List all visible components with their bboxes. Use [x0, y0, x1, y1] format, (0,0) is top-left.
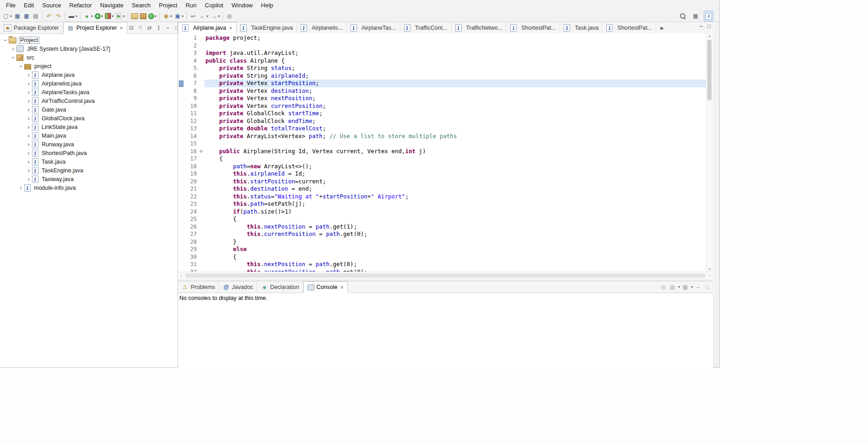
- editor-tab-task-java[interactable]: Task.java: [560, 22, 603, 33]
- code-line-17[interactable]: 17 {: [178, 155, 706, 163]
- tree-item-airtrafficcontrol-java[interactable]: ›AirTrafficControl.java: [0, 96, 178, 105]
- new-class-button[interactable]: ▾: [147, 11, 157, 21]
- code-line-15[interactable]: 15: [178, 140, 706, 148]
- dropdown-arrow-icon[interactable]: ▾: [155, 14, 156, 18]
- code-line-2[interactable]: 2: [178, 42, 706, 50]
- code-line-14[interactable]: 14 private ArrayList<Vertex> path; // Us…: [178, 133, 706, 140]
- view-tab-javadoc[interactable]: Javadoc: [219, 281, 258, 293]
- run-button[interactable]: ▾: [94, 11, 104, 21]
- menu-source[interactable]: Source: [38, 0, 65, 10]
- scroll-left-icon[interactable]: ‹: [178, 273, 184, 278]
- redo-button[interactable]: [54, 11, 63, 21]
- menu-refactor[interactable]: Refactor: [65, 0, 96, 10]
- vertical-scrollbar[interactable]: ▲ ▼: [706, 33, 713, 272]
- code-line-11[interactable]: 11 private GlobalClock startTime;: [178, 110, 706, 118]
- coverage-button[interactable]: ▾: [104, 11, 114, 21]
- collapse-icon[interactable]: ›: [2, 37, 9, 43]
- close-tab-icon[interactable]: ×: [229, 25, 232, 31]
- expand-icon[interactable]: ›: [25, 150, 32, 156]
- expand-icon[interactable]: ›: [25, 167, 32, 174]
- editor-tab-airplanetas[interactable]: AirplaneTas...: [347, 22, 400, 33]
- code-line-5[interactable]: 5 private String status;: [178, 64, 706, 72]
- dropdown-arrow-icon[interactable]: ▾: [91, 14, 93, 18]
- dropdown-arrow-icon[interactable]: ▾: [218, 14, 220, 18]
- code-line-27[interactable]: 27 this.currentPosition = path.get(0);: [178, 230, 706, 238]
- maximize-icon[interactable]: [703, 283, 711, 291]
- tree-item-jre-system-library-javase-17[interactable]: ›JRE System Library [JavaSE-17]: [0, 44, 178, 53]
- expand-icon[interactable]: ›: [10, 46, 16, 52]
- editor-tab-airplane-java[interactable]: Airplane.java×: [178, 22, 237, 34]
- expand-icon[interactable]: ›: [25, 98, 32, 104]
- tree-item-task-java[interactable]: ›Task.java: [0, 157, 178, 166]
- code-line-6[interactable]: 6 private String airplaneId;: [178, 72, 706, 80]
- code-line-9[interactable]: 9 private Vertex nextPosition;: [178, 95, 706, 102]
- view-tab-console[interactable]: Console×: [303, 281, 348, 293]
- undo-button[interactable]: [44, 11, 54, 21]
- code-line-4[interactable]: 4public class Airplane {: [178, 57, 706, 65]
- editor-tab-shortestpat[interactable]: ShortestPat...: [603, 22, 656, 33]
- dropdown-arrow-icon[interactable]: ▾: [678, 285, 680, 289]
- view-tab-project-explorer[interactable]: Project Explorer×: [63, 22, 128, 34]
- tree-item-main-java[interactable]: ›Main.java: [0, 131, 178, 140]
- open-console-button[interactable]: ▾: [67, 11, 78, 21]
- expand-icon[interactable]: ›: [25, 141, 32, 148]
- new-java-project-button[interactable]: [130, 11, 139, 21]
- save-button[interactable]: [13, 11, 22, 21]
- new-package-button[interactable]: [139, 11, 147, 21]
- java-search-button[interactable]: ▾: [162, 11, 173, 21]
- tree-item-module-info-java[interactable]: ›module-info.java: [0, 183, 178, 192]
- code-line-12[interactable]: 12 private GlobalClock endTime;: [178, 118, 706, 125]
- editor-tab-airplanelis[interactable]: Airplanelis...: [297, 22, 347, 33]
- expand-icon[interactable]: ›: [17, 185, 24, 191]
- menu-edit[interactable]: Edit: [20, 0, 38, 10]
- dropdown-arrow-icon[interactable]: ▾: [170, 14, 172, 18]
- debug-button[interactable]: ▾: [82, 11, 94, 21]
- tree-item-globalclock-java[interactable]: ›GlobalClock.java: [0, 114, 178, 123]
- collapse-icon[interactable]: ›: [18, 63, 24, 70]
- forward-button[interactable]: ▾: [209, 11, 221, 21]
- tree-item-airplanelist-java[interactable]: ›Airplanelist.java: [0, 79, 178, 88]
- dropdown-arrow-icon[interactable]: ▾: [691, 285, 693, 289]
- tree-item-runway-java[interactable]: ›Runway.java: [0, 140, 178, 149]
- open-task-button[interactable]: ▾: [173, 11, 184, 21]
- dropdown-arrow-icon[interactable]: ▾: [206, 14, 208, 18]
- tree-item-taxiway-java[interactable]: ›Taxiway.java: [0, 175, 178, 183]
- minimize-icon[interactable]: [694, 283, 702, 291]
- menu-help[interactable]: Help: [257, 0, 277, 10]
- menu-file[interactable]: File: [2, 0, 20, 10]
- tree-item-project[interactable]: ›Project: [0, 36, 178, 44]
- print-button[interactable]: [31, 11, 40, 21]
- code-line-3[interactable]: 3import java.util.ArrayList;: [178, 49, 706, 57]
- expand-icon[interactable]: ›: [25, 133, 32, 139]
- view-menu-icon[interactable]: [155, 24, 162, 32]
- editor-tab-taskengine-java[interactable]: TaskEngine.java: [237, 22, 297, 33]
- menu-run[interactable]: Run: [182, 0, 201, 10]
- filter-icon[interactable]: [136, 24, 144, 32]
- vertical-scroll-thumb[interactable]: [707, 40, 712, 100]
- close-tab-icon[interactable]: ×: [120, 25, 124, 31]
- fold-collapse-icon[interactable]: ⊖: [198, 148, 205, 155]
- dropdown-arrow-icon[interactable]: ▾: [101, 14, 103, 18]
- tree-item-airplanetasks-java[interactable]: ›AirplaneTasks.java: [0, 88, 178, 96]
- editor-tab-shortestpat[interactable]: ShortestPat...: [507, 22, 560, 33]
- editor-minimize-icon[interactable]: [697, 22, 705, 30]
- code-line-32[interactable]: 32 this.currentPosition = path.get(0);: [178, 268, 706, 272]
- close-tab-icon[interactable]: ×: [340, 284, 344, 290]
- code-line-7[interactable]: 7 private Vertex startPosition;: [178, 80, 706, 87]
- tree-item-src[interactable]: ›src: [0, 53, 178, 62]
- code-line-20[interactable]: 20 this.startPosition=current;: [178, 178, 706, 186]
- menu-copilot[interactable]: Copilot: [201, 0, 227, 10]
- menu-window[interactable]: Window: [227, 0, 257, 10]
- back-button[interactable]: ▾: [198, 11, 209, 21]
- display-selected-console-icon[interactable]: [669, 283, 676, 291]
- link-with-editor-icon[interactable]: [146, 24, 153, 32]
- external-tools-button[interactable]: ▾: [114, 11, 126, 21]
- java-perspective-button[interactable]: [704, 11, 713, 21]
- save-all-button[interactable]: [22, 11, 31, 21]
- code-line-16[interactable]: 16⊖ public Airplane(String Id, Vertex cu…: [178, 148, 706, 155]
- collapse-all-icon[interactable]: [127, 24, 135, 32]
- open-console-icon[interactable]: [681, 283, 689, 291]
- expand-icon[interactable]: ›: [25, 115, 32, 122]
- code-line-28[interactable]: 28 }: [178, 238, 706, 246]
- dropdown-arrow-icon[interactable]: ▾: [182, 14, 183, 18]
